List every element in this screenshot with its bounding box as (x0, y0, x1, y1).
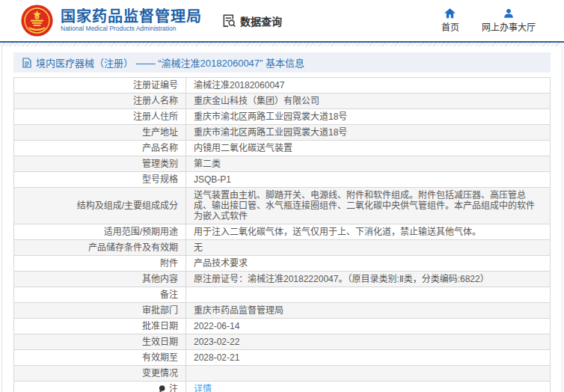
agency-name-cn: 国家药品监督管理局 (61, 8, 202, 25)
field-label-text: 注册证编号 (133, 80, 178, 91)
field-label-text: 产品名称 (142, 143, 178, 153)
field-value: JSQB-P1 (186, 172, 551, 188)
field-label-text: 注 (169, 384, 178, 392)
field-label: 附件 (14, 256, 186, 272)
field-label-text: 适用范围/预期用途 (104, 227, 178, 237)
field-value (186, 287, 551, 303)
field-value-text: 用于注入二氧化碳气体，送气仅用于上、下消化道，禁止输送其他气体。 (194, 227, 481, 237)
field-value: 渝械注准20182060047 (186, 78, 551, 94)
nav-item-label: 网上办事大厅 (482, 20, 536, 33)
table-row: 型号规格 JSQB-P1 (14, 172, 551, 188)
field-label: 注册证编号 (14, 78, 186, 94)
field-label-text: 注册人名称 (133, 96, 178, 106)
field-label: 产品名称 (14, 141, 186, 156)
field-label-text: 结构及组成/主要组成成分 (77, 200, 178, 211)
table-row: 生效日期 2023-02-22 (14, 334, 551, 350)
agency-name-en: National Medical Products Administration (61, 25, 202, 33)
field-label-text: 批准日期 (142, 321, 178, 331)
table-row: 产品储存条件及有效期 无 (14, 240, 551, 256)
field-label-text: 其他内容 (142, 274, 178, 284)
person-icon (503, 8, 514, 19)
details-link[interactable]: 详情 (194, 384, 212, 392)
field-label: 注 (14, 382, 186, 392)
field-label-text: 产品储存条件及有效期 (88, 242, 178, 253)
field-label-text: 生产地址 (142, 127, 178, 138)
table-row: 其他内容 原注册证号：渝械注准20182220047。（原目录类别:Ⅱ类，分类编… (14, 272, 551, 287)
field-label: 适用范围/预期用途 (14, 224, 186, 240)
data-query-nav[interactable]: 数据查询 (221, 13, 282, 28)
field-label: 有效期至 (14, 350, 186, 366)
field-value-text: 2023-02-22 (194, 337, 239, 347)
data-query-icon (221, 13, 237, 28)
table-row: 注册证编号 渝械注准20182060047 (14, 78, 551, 94)
table-row: 附件 产品技术要求 (14, 256, 551, 272)
field-value: 重庆金山科技（集团）有限公司 (186, 94, 551, 109)
field-value: 重庆市药品监督管理局 (186, 303, 551, 319)
field-value-text: 原注册证号：渝械注准20182220047。（原目录类别:Ⅱ类，分类编码:682… (194, 274, 489, 284)
field-value (186, 366, 551, 382)
field-label: 注册人住所 (14, 109, 186, 125)
field-label: 审批部门 (14, 303, 186, 319)
field-label: 备注 (14, 287, 186, 303)
table-row: 注 详情 (14, 382, 551, 392)
field-value: 2022-06-14 (186, 319, 551, 334)
field-value: 2023-02-22 (186, 334, 551, 350)
home-icon (444, 8, 456, 19)
breadcrumb: 境内医疗器械（注册） —— “渝械注准20182060047” 基本信息 (13, 52, 551, 73)
field-value: 送气装置由主机、脚踏开关、电源线、附件和软件组成。附件包括减压器、高压管总成、输… (186, 188, 551, 224)
field-label: 结构及组成/主要组成成分 (14, 188, 186, 224)
field-value-text: 第二类 (194, 159, 221, 169)
nav-item-label: 首页 (441, 20, 459, 33)
field-value: 产品技术要求 (186, 256, 551, 272)
field-value: 原注册证号：渝械注准20182220047。（原目录类别:Ⅱ类，分类编码:682… (186, 272, 551, 287)
field-label-text: 注册人住所 (133, 111, 178, 122)
nav-item-home[interactable]: 首页 (441, 8, 459, 33)
field-label-text: 管理类别 (142, 159, 178, 169)
table-row: 适用范围/预期用途 用于注入二氧化碳气体，送气仅用于上、下消化道，禁止输送其他气… (14, 224, 551, 240)
field-value-text: JSQB-P1 (194, 174, 231, 185)
table-row: 审批部门 重庆市药品监督管理局 (14, 303, 551, 319)
table-row: 管理类别 第二类 (14, 156, 551, 172)
field-value: 详情 (186, 382, 551, 392)
field-value-text: 内镜用二氧化碳送气装置 (194, 143, 292, 153)
field-value: 第二类 (186, 156, 551, 172)
table-row: 变更情况 (14, 366, 551, 382)
table-row: 有效期至 2028-02-21 (14, 350, 551, 366)
field-value-text: 2022-06-14 (194, 321, 239, 331)
field-value-text: 产品技术要求 (194, 258, 248, 269)
field-value: 2028-02-21 (186, 350, 551, 366)
field-value-text: 重庆市渝北区两路工业园霓裳大道18号 (194, 111, 347, 122)
field-label-text: 附件 (160, 258, 178, 269)
field-label: 产品储存条件及有效期 (14, 240, 186, 256)
field-label-text: 审批部门 (142, 305, 178, 316)
table-row: 结构及组成/主要组成成分 送气装置由主机、脚踏开关、电源线、附件和软件组成。附件… (14, 188, 551, 224)
field-value: 重庆市渝北区两路工业园霓裳大道18号 (186, 109, 551, 125)
field-label: 管理类别 (14, 156, 186, 172)
site-header: 国家药品监督管理局 National Medical Products Admi… (0, 0, 564, 41)
brand-text: 国家药品监督管理局 National Medical Products Admi… (61, 8, 202, 33)
table-row: 生产地址 重庆市渝北区两路工业园霓裳大道18号 (14, 125, 551, 141)
national-emblem-logo (20, 4, 54, 37)
field-label-text: 有效期至 (142, 352, 178, 363)
table-row: 注册人名称 重庆金山科技（集团）有限公司 (14, 94, 551, 109)
registration-info-table: 注册证编号 渝械注准20182060047 注册人名称 重庆金山科技（集团）有限… (13, 77, 551, 392)
field-value-text: 渝械注准20182060047 (194, 80, 284, 91)
field-label: 型号规格 (14, 172, 186, 188)
table-row: 批准日期 2022-06-14 (14, 319, 551, 334)
table-row: 产品名称 内镜用二氧化碳送气装置 (14, 141, 551, 156)
note-icon (159, 385, 165, 392)
field-label: 注册人名称 (14, 94, 186, 109)
field-label: 生产地址 (14, 125, 186, 141)
field-label-text: 生效日期 (142, 337, 178, 347)
content-area: 境内医疗器械（注册） —— “渝械注准20182060047” 基本信息 注册证… (1, 46, 563, 392)
table-row: 备注 (14, 287, 551, 303)
field-value: 重庆市渝北区两路工业园霓裳大道18号 (186, 125, 551, 141)
nmpa-brand[interactable]: 国家药品监督管理局 National Medical Products Admi… (20, 4, 202, 37)
nav-item-service-hall[interactable]: 网上办事大厅 (482, 8, 536, 33)
field-value-text: 无 (194, 242, 203, 253)
field-label: 变更情况 (14, 366, 186, 382)
field-label-text: 变更情况 (142, 368, 178, 379)
field-value-text: 重庆市药品监督管理局 (194, 305, 283, 316)
field-value-text: 重庆市渝北区两路工业园霓裳大道18号 (194, 127, 347, 138)
field-label-text: 备注 (160, 290, 178, 300)
